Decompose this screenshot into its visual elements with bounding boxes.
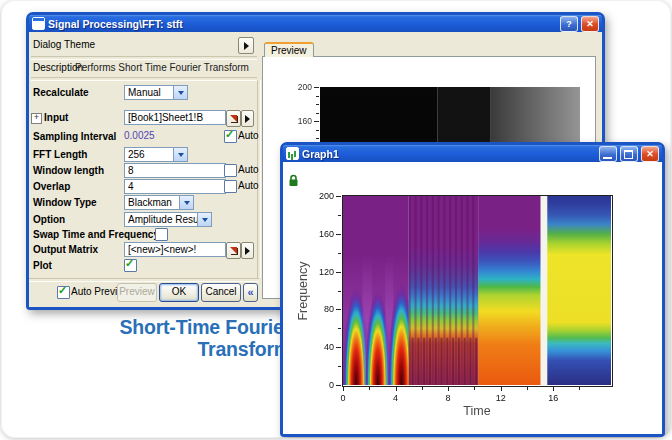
window-type-dropdown[interactable]: Blackman [124,195,194,210]
maximize-button[interactable] [620,146,638,162]
graph1-window: Graph1 ✕ 040801201602000481216 Frequency… [280,142,665,437]
range-select-icon [230,115,237,122]
auto-label: Auto [238,163,259,177]
dialog-theme-flyout-button[interactable] [238,37,254,54]
sampling-interval-value: 0.0025 [124,129,155,143]
overlap-auto-checkbox[interactable]: ✓ [224,180,237,193]
preview-button[interactable]: Preview [117,283,157,302]
sampling-auto-checkbox[interactable]: ✓ [224,130,237,143]
dialog-icon [32,17,45,30]
dialog-titlebar[interactable]: Signal Processing\FFT: stft ? ✕ [29,15,602,32]
dropdown-arrow-icon[interactable] [197,213,211,226]
cancel-button[interactable]: Cancel [201,283,241,302]
fft-length-value: 256 [125,148,173,161]
output-range-select-button[interactable] [226,242,241,259]
dropdown-arrow-icon[interactable] [173,86,187,99]
output-flyout-button[interactable] [241,242,254,259]
window-type-label: Window Type [33,195,97,210]
fft-length-dropdown[interactable]: 256 [124,147,188,162]
option-label: Option [33,212,65,227]
auto-preview-checkbox[interactable]: ✓ [57,286,70,299]
overlap-field[interactable]: 4 [124,179,226,194]
window-type-value: Blackman [125,196,179,209]
dialog-title: Signal Processing\FFT: stft [48,18,557,30]
collapse-panel-button[interactable]: « [243,283,258,302]
graph1-title: Graph1 [302,148,596,160]
window-length-field[interactable]: 8 [124,163,226,178]
dropdown-arrow-icon[interactable] [173,148,187,161]
separator [31,77,257,81]
window-length-label: Window length [33,163,104,178]
recalculate-label: Recalculate [33,85,89,100]
fft-length-label: FFT Length [33,147,87,162]
overlap-label: Overlap [33,179,70,194]
recalculate-value: Manual [125,86,173,99]
ok-button[interactable]: OK [159,283,199,302]
graph-icon [286,147,299,160]
flyout-arrow-icon [244,42,249,50]
range-select-icon [230,247,237,254]
window-length-auto-checkbox[interactable]: ✓ [224,164,237,177]
spectrogram-plot-frame [342,195,613,387]
y-axis-title: Frequency [296,256,310,326]
input-field[interactable]: [Book1]Sheet1!B [124,110,226,125]
option-value: Amplitude Result [125,213,197,226]
minimize-button[interactable] [599,146,617,162]
check-icon: ✓ [58,284,67,297]
help-button[interactable]: ? [560,16,578,32]
recalculate-dropdown[interactable]: Manual [124,85,188,100]
graph1-titlebar[interactable]: Graph1 ✕ [283,145,662,162]
description-value: Performs Short Time Fourier Transform [75,60,249,75]
input-range-select-button[interactable] [226,110,241,127]
dialog-theme-label: Dialog Theme [33,37,95,52]
auto-label: Auto [238,179,259,193]
x-axis-title: Time [447,404,507,418]
dropdown-arrow-icon[interactable] [179,196,193,209]
plot-label: Plot [33,258,52,273]
check-icon: ✓ [225,128,234,141]
lock-icon[interactable] [288,174,299,187]
close-button[interactable]: ✕ [641,146,659,162]
input-label: Input [44,110,68,125]
swap-label: Swap Time and Frequency [33,227,159,242]
check-icon: ✓ [125,257,134,270]
auto-label: Auto [238,129,259,143]
graph1-page: 040801201602000481216 Frequency Time [283,162,662,434]
page-card: Signal Processing\FFT: stft ? ✕ Dialog T… [1,0,671,438]
caption-line-1: Short-Time Fourier [97,317,291,339]
tab-preview[interactable]: Preview [264,42,314,57]
swap-checkbox[interactable]: ✓ [155,228,168,241]
output-matrix-label: Output Matrix [33,242,98,257]
flyout-arrow-icon [245,115,250,123]
page-caption: Short-Time Fourier Transform [97,317,291,360]
close-button[interactable]: ✕ [581,16,599,32]
separator [29,278,259,282]
stft-spectrogram-canvas[interactable] [343,196,611,385]
flyout-arrow-icon [245,247,250,255]
sampling-interval-label: Sampling Interval [33,129,116,144]
input-flyout-button[interactable] [241,110,254,127]
input-expander[interactable]: + [31,113,42,124]
output-matrix-field[interactable]: [<new>]<new>! [124,242,226,257]
caption-line-2: Transform [97,339,291,361]
option-dropdown[interactable]: Amplitude Result [124,212,212,227]
plot-checkbox[interactable]: ✓ [124,259,137,272]
